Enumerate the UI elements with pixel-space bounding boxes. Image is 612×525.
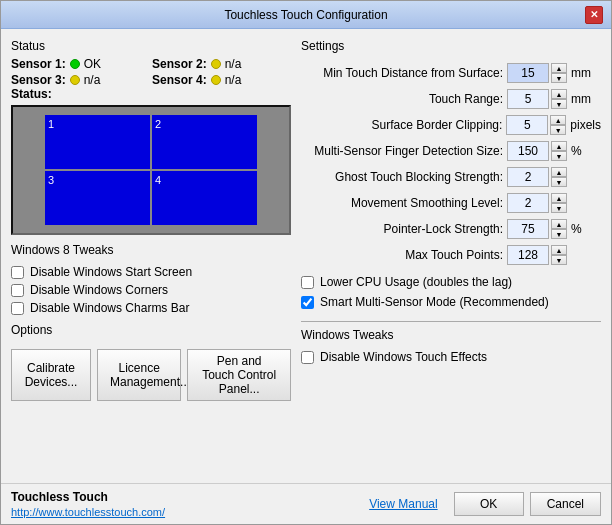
disable-start-screen-checkbox[interactable] xyxy=(11,266,24,279)
ghost-touch-blocking-spinner: ▲ ▼ xyxy=(507,167,567,187)
title-bar: Touchless Touch Configuration ✕ xyxy=(1,1,611,29)
multi-sensor-finger-detection-label: Multi-Sensor Finger Detection Size: xyxy=(301,144,503,158)
disable-charms-label: Disable Windows Charms Bar xyxy=(30,301,189,315)
disable-start-screen-label: Disable Windows Start Screen xyxy=(30,265,192,279)
window-title: Touchless Touch Configuration xyxy=(27,8,585,22)
multi-sensor-finger-detection-up[interactable]: ▲ xyxy=(551,141,567,151)
ok-button[interactable]: OK xyxy=(454,492,524,516)
lower-cpu-usage-checkbox[interactable] xyxy=(301,276,314,289)
ghost-touch-blocking-spinner-btns: ▲ ▼ xyxy=(551,167,567,187)
sensor-row-3: Sensor 3: n/a xyxy=(11,73,150,87)
multi-sensor-finger-detection-spinner: ▲ ▼ xyxy=(507,141,567,161)
sensor-display: 1 2 3 4 xyxy=(11,105,291,235)
sensor-3-label: Sensor 3: xyxy=(11,73,66,87)
ghost-touch-blocking-input[interactable] xyxy=(507,167,549,187)
sensor-4-value: n/a xyxy=(225,73,242,87)
settings-row-3: Multi-Sensor Finger Detection Size: ▲ ▼ … xyxy=(301,141,601,161)
quad-3: 3 xyxy=(45,171,150,225)
max-touch-points-spinner-btns: ▲ ▼ xyxy=(551,245,567,265)
touch-range-down[interactable]: ▼ xyxy=(551,99,567,109)
disable-charms-checkbox[interactable] xyxy=(11,302,24,315)
smart-multi-sensor-row: Smart Multi-Sensor Mode (Recommended) xyxy=(301,295,601,309)
options-label: Options xyxy=(11,323,291,337)
pointer-lock-strength-label: Pointer-Lock Strength: xyxy=(301,222,503,236)
smart-multi-sensor-label: Smart Multi-Sensor Mode (Recommended) xyxy=(320,295,549,309)
surface-border-clipping-label: Surface Border Clipping: xyxy=(301,118,502,132)
right-panel: Settings Min Touch Distance from Surface… xyxy=(301,39,601,473)
cancel-button[interactable]: Cancel xyxy=(530,492,601,516)
pointer-lock-strength-input[interactable] xyxy=(507,219,549,239)
multi-sensor-finger-detection-input[interactable] xyxy=(507,141,549,161)
touch-range-spinner: ▲ ▼ xyxy=(507,89,567,109)
touch-range-input[interactable] xyxy=(507,89,549,109)
footer-brand: Touchless Touch xyxy=(11,490,165,504)
surface-border-clipping-unit: pixels xyxy=(570,118,601,132)
sensor-3-dot xyxy=(70,75,80,85)
sensor-quad: 1 2 3 4 xyxy=(45,115,257,225)
multi-sensor-finger-detection-unit: % xyxy=(571,144,601,158)
min-touch-distance-down[interactable]: ▼ xyxy=(551,73,567,83)
settings-row-0: Min Touch Distance from Surface: ▲ ▼ mm xyxy=(301,63,601,83)
disable-touch-effects-label: Disable Windows Touch Effects xyxy=(320,350,487,364)
min-touch-distance-spinner-btns: ▲ ▼ xyxy=(551,63,567,83)
windows-tweaks-right-section: Windows Tweaks Disable Windows Touch Eff… xyxy=(301,319,601,364)
min-touch-distance-input[interactable] xyxy=(507,63,549,83)
pointer-lock-strength-up[interactable]: ▲ xyxy=(551,219,567,229)
sensor-3-value: n/a xyxy=(84,73,101,87)
disable-corners-checkbox[interactable] xyxy=(11,284,24,297)
multi-sensor-finger-detection-spinner-btns: ▲ ▼ xyxy=(551,141,567,161)
view-manual-link[interactable]: View Manual xyxy=(369,497,437,511)
sensor-1-value: OK xyxy=(84,57,101,71)
settings-row-7: Max Touch Points: ▲ ▼ xyxy=(301,245,601,265)
max-touch-points-up[interactable]: ▲ xyxy=(551,245,567,255)
surface-border-clipping-spinner-btns: ▲ ▼ xyxy=(550,115,566,135)
touch-range-label: Touch Range: xyxy=(301,92,503,106)
ghost-touch-blocking-down[interactable]: ▼ xyxy=(551,177,567,187)
calibrate-devices-button[interactable]: Calibrate Devices... xyxy=(11,349,91,401)
sensor-grid: Sensor 1: OK Sensor 2: n/a Sensor 3: n/a xyxy=(11,57,291,87)
status-section-label: Status xyxy=(11,39,291,53)
footer-left: Touchless Touch http://www.touchlesstouc… xyxy=(11,490,165,518)
max-touch-points-input[interactable] xyxy=(507,245,549,265)
windows-tweaks-right-label: Windows Tweaks xyxy=(301,328,601,342)
movement-smoothing-up[interactable]: ▲ xyxy=(551,193,567,203)
win8-tweaks-label: Windows 8 Tweaks xyxy=(11,243,291,257)
footer-link[interactable]: http://www.touchlesstouch.com/ xyxy=(11,506,165,518)
min-touch-distance-unit: mm xyxy=(571,66,601,80)
licence-management-button[interactable]: Licence Management... xyxy=(97,349,181,401)
surface-border-clipping-input[interactable] xyxy=(506,115,548,135)
settings-row-1: Touch Range: ▲ ▼ mm xyxy=(301,89,601,109)
status-line: Status: xyxy=(11,87,291,101)
disable-touch-effects-checkbox[interactable] xyxy=(301,351,314,364)
touch-range-up[interactable]: ▲ xyxy=(551,89,567,99)
settings-label: Settings xyxy=(301,39,601,53)
disable-corners-row: Disable Windows Corners xyxy=(11,283,291,297)
surface-border-clipping-down[interactable]: ▼ xyxy=(550,125,566,135)
sensor-2-label: Sensor 2: xyxy=(152,57,207,71)
pointer-lock-strength-down[interactable]: ▼ xyxy=(551,229,567,239)
smart-multi-sensor-checkbox[interactable] xyxy=(301,296,314,309)
sensor-4-dot xyxy=(211,75,221,85)
min-touch-distance-up[interactable]: ▲ xyxy=(551,63,567,73)
disable-charms-row: Disable Windows Charms Bar xyxy=(11,301,291,315)
pointer-lock-strength-unit: % xyxy=(571,222,601,236)
movement-smoothing-input[interactable] xyxy=(507,193,549,213)
movement-smoothing-spinner: ▲ ▼ xyxy=(507,193,567,213)
sensor-1-label: Sensor 1: xyxy=(11,57,66,71)
quad-2: 2 xyxy=(152,115,257,169)
pointer-lock-strength-spinner-btns: ▲ ▼ xyxy=(551,219,567,239)
multi-sensor-finger-detection-down[interactable]: ▼ xyxy=(551,151,567,161)
lower-cpu-usage-label: Lower CPU Usage (doubles the lag) xyxy=(320,275,512,289)
ghost-touch-blocking-up[interactable]: ▲ xyxy=(551,167,567,177)
close-button[interactable]: ✕ xyxy=(585,6,603,24)
sensor-2-dot xyxy=(211,59,221,69)
settings-row-4: Ghost Touch Blocking Strength: ▲ ▼ xyxy=(301,167,601,187)
pen-touch-control-panel-button[interactable]: Pen and Touch Control Panel... xyxy=(187,349,291,401)
options-buttons: Calibrate Devices... Licence Management.… xyxy=(11,349,291,401)
movement-smoothing-down[interactable]: ▼ xyxy=(551,203,567,213)
max-touch-points-down[interactable]: ▼ xyxy=(551,255,567,265)
sensor-row-4: Sensor 4: n/a xyxy=(152,73,291,87)
movement-smoothing-label: Movement Smoothing Level: xyxy=(301,196,503,210)
touch-range-spinner-btns: ▲ ▼ xyxy=(551,89,567,109)
surface-border-clipping-up[interactable]: ▲ xyxy=(550,115,566,125)
